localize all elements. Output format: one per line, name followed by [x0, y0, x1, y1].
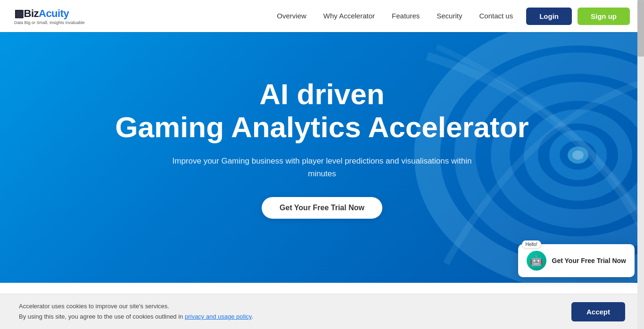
brand-name: ▩BizAcuity — [14, 8, 85, 20]
cookie-banner: Accelerator uses cookies to improve our … — [0, 294, 644, 329]
nav-link-security[interactable]: Security — [437, 12, 462, 20]
nav-links: Overview Why Accelerator Features Securi… — [277, 12, 513, 20]
nav-item-overview[interactable]: Overview — [277, 12, 306, 20]
cookie-text: Accelerator uses cookies to improve our … — [19, 301, 553, 322]
svg-point-6 — [572, 150, 584, 160]
scrollbar-thumb[interactable] — [637, 0, 644, 57]
nav-item-why-accelerator[interactable]: Why Accelerator — [323, 12, 375, 20]
scrollbar[interactable] — [637, 0, 644, 329]
chat-robot-icon: 🤖 — [527, 251, 546, 271]
signup-button[interactable]: Sign up — [578, 8, 630, 25]
chat-hello-badge: Hello! — [522, 240, 542, 248]
logo: ▩BizAcuity Data Big or Small, Insights I… — [14, 8, 85, 25]
cookie-policy-link[interactable]: privacy and usage policy — [185, 313, 251, 320]
nav-item-security[interactable]: Security — [437, 12, 462, 20]
hero-cta-button[interactable]: Get Your Free Trial Now — [262, 197, 382, 219]
robot-emoji: 🤖 — [530, 255, 543, 267]
hero-content: AI driven Gaming Analytics Accelerator I… — [115, 78, 529, 219]
hero-title-line2: Gaming Analytics Accelerator — [115, 110, 529, 144]
chat-widget-cta[interactable]: Get Your Free Trial Now — [552, 256, 626, 265]
nav-link-why-accelerator[interactable]: Why Accelerator — [323, 12, 375, 20]
navbar: ▩BizAcuity Data Big or Small, Insights I… — [0, 0, 644, 32]
accept-button[interactable]: Accept — [571, 302, 625, 321]
brand-highlight: Acuity — [39, 8, 69, 19]
hero-section: AI driven Gaming Analytics Accelerator I… — [0, 0, 644, 283]
nav-item-contact-us[interactable]: Contact us — [479, 12, 513, 20]
hero-subtitle: Improve your Gaming business with player… — [166, 155, 478, 180]
cookie-line1: Accelerator uses cookies to improve our … — [19, 303, 169, 310]
nav-link-overview[interactable]: Overview — [277, 12, 306, 20]
brand-tagline: Data Big or Small, Insights Invaluable — [14, 20, 85, 25]
hero-title-line1: AI driven — [115, 78, 529, 110]
nav-item-features[interactable]: Features — [392, 12, 420, 20]
cookie-line2: By using this site, you agree to the use… — [19, 313, 185, 320]
nav-link-contact-us[interactable]: Contact us — [479, 12, 513, 20]
chat-widget[interactable]: Hello! 🤖 Get Your Free Trial Now — [518, 244, 635, 277]
nav-link-features[interactable]: Features — [392, 12, 420, 20]
login-button[interactable]: Login — [526, 8, 572, 25]
cookie-after-link: . — [251, 313, 253, 320]
